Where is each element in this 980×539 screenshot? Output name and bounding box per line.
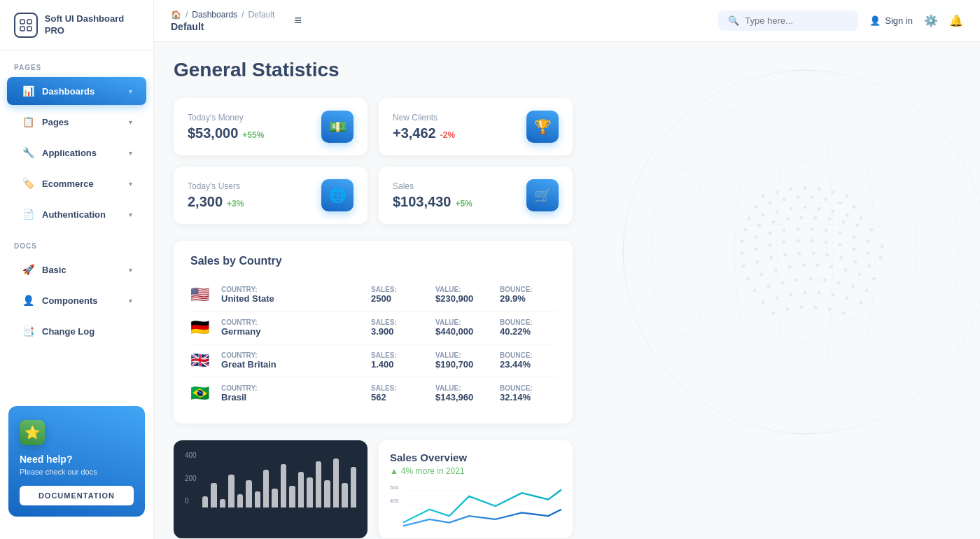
globe-decoration xyxy=(560,42,980,490)
svg-point-45 xyxy=(828,218,832,221)
settings-icon[interactable]: ⚙️ xyxy=(924,14,938,27)
svg-point-62 xyxy=(769,244,772,247)
svg-point-104 xyxy=(818,291,821,295)
search-box[interactable]: 🔍 xyxy=(718,10,858,31)
pages-icon: 📋 xyxy=(21,115,35,129)
hamburger-icon[interactable]: ≡ xyxy=(288,10,307,31)
sidebar-item-pages[interactable]: 📋 Pages ▾ xyxy=(7,108,146,136)
svg-point-66 xyxy=(825,241,828,244)
sidebar-item-ecommerce-label: Ecommerce xyxy=(42,178,94,189)
sidebar-item-changelog[interactable]: 📑 Change Log xyxy=(7,317,146,345)
search-input[interactable] xyxy=(745,15,848,26)
svg-point-107 xyxy=(860,301,863,304)
svg-point-33 xyxy=(790,207,793,211)
pages-arrow: ▾ xyxy=(129,118,132,126)
ecommerce-icon: 🏷️ xyxy=(21,176,35,190)
svg-point-39 xyxy=(744,228,748,232)
svg-point-111 xyxy=(814,306,818,309)
svg-point-102 xyxy=(790,293,793,297)
stat-card-sales: Sales $103,430 +5% 🛒 xyxy=(379,167,573,224)
svg-point-41 xyxy=(772,220,776,224)
svg-point-13 xyxy=(693,70,917,434)
svg-point-68 xyxy=(853,248,856,251)
chart-bar xyxy=(255,491,260,507)
documentation-button[interactable]: DOCUMENTATION xyxy=(20,486,134,505)
y-label-0: 0 xyxy=(185,497,197,505)
stats-grid: Today's Money $53,000 +55% 💵 New Clients… xyxy=(174,98,573,224)
breadcrumb-sep1: / xyxy=(186,10,188,20)
us-value: $230,900 xyxy=(435,293,491,304)
svg-point-113 xyxy=(842,312,846,315)
sidebar-item-components-label: Components xyxy=(42,295,97,306)
svg-point-28 xyxy=(839,202,842,205)
sidebar-item-authentication[interactable]: 📄 Authentication ▾ xyxy=(7,200,146,228)
svg-point-70 xyxy=(879,256,883,260)
svg-point-30 xyxy=(748,217,751,220)
svg-rect-0 xyxy=(20,20,24,24)
svg-point-21 xyxy=(846,195,849,198)
sign-in-button[interactable]: 👤 Sign in xyxy=(869,15,913,26)
svg-point-88 xyxy=(844,269,848,272)
stat-card-clients: New Clients +3,462 -2% 🏆 xyxy=(379,98,573,155)
page-title-nav: Default xyxy=(171,21,274,32)
svg-point-90 xyxy=(872,277,876,281)
topbar: 🏠 / Dashboards / Default Default ≡ 🔍 👤 S… xyxy=(154,0,980,42)
svg-point-35 xyxy=(818,207,821,211)
svg-point-108 xyxy=(772,312,776,315)
svg-point-60 xyxy=(741,252,744,255)
stat-label-clients: New Clients xyxy=(393,113,455,122)
authentication-icon: 📄 xyxy=(21,207,35,221)
svg-point-65 xyxy=(811,239,814,243)
svg-point-87 xyxy=(830,265,834,269)
help-subtitle: Please check our docs xyxy=(20,468,134,476)
breadcrumb-dashboards[interactable]: Dashboards xyxy=(192,10,237,20)
overview-subtitle: 4% more in 2021 xyxy=(401,466,465,476)
chart-bar xyxy=(246,480,251,507)
col-header-sales: Sales: xyxy=(371,286,427,293)
sidebar-item-ecommerce[interactable]: 🏷️ Ecommerce ▾ xyxy=(7,169,146,197)
svg-point-105 xyxy=(832,293,835,297)
sidebar-item-dashboards[interactable]: 📊 Dashboards ▾ xyxy=(7,77,146,105)
svg-point-55 xyxy=(825,229,828,232)
stat-label-money: Today's Money xyxy=(188,113,264,122)
svg-point-46 xyxy=(842,220,846,224)
us-country-name: United State xyxy=(221,293,363,304)
sidebar-item-applications[interactable]: 🔧 Applications ▾ xyxy=(7,139,146,167)
y-label-200: 200 xyxy=(185,475,197,482)
sidebar-logo: Soft UI Dashboard PRO xyxy=(0,0,153,51)
svg-point-12 xyxy=(735,70,875,434)
chart-bar xyxy=(281,464,286,507)
svg-point-59 xyxy=(881,245,884,248)
trend-up-icon: ▲ xyxy=(390,466,398,476)
svg-point-95 xyxy=(809,277,813,281)
svg-point-98 xyxy=(851,285,855,288)
stat-value-clients: +3,462 xyxy=(393,125,436,141)
svg-point-9 xyxy=(651,161,959,203)
sidebar-item-components[interactable]: 👤 Components ▾ xyxy=(7,286,146,314)
chart-bar xyxy=(220,499,225,507)
svg-point-26 xyxy=(811,196,814,200)
cart-icon: 🛒 xyxy=(534,187,552,204)
svg-point-82 xyxy=(760,273,764,276)
svg-point-92 xyxy=(767,285,771,288)
de-country-name: Germany xyxy=(221,326,363,337)
stat-value-sales: $103,430 xyxy=(393,194,451,210)
basic-arrow: ▾ xyxy=(129,266,132,274)
chart-bar xyxy=(211,483,216,507)
sidebar-item-basic[interactable]: 🚀 Basic ▾ xyxy=(7,255,146,284)
svg-point-56 xyxy=(839,232,842,235)
components-arrow: ▾ xyxy=(129,297,132,304)
svg-point-19 xyxy=(818,188,821,191)
svg-point-27 xyxy=(825,198,828,202)
main-area: 🏠 / Dashboards / Default Default ≡ 🔍 👤 S… xyxy=(154,0,980,539)
chart-bar xyxy=(316,461,321,507)
svg-point-79 xyxy=(854,260,858,264)
notification-icon[interactable]: 🔔 xyxy=(949,14,963,27)
svg-point-38 xyxy=(860,217,863,220)
svg-point-7 xyxy=(623,140,980,364)
stat-icon-money: 💵 xyxy=(321,111,354,143)
col-header-country: Country: xyxy=(221,286,363,293)
svg-point-112 xyxy=(828,308,832,312)
stat-change-money: +55% xyxy=(242,130,264,140)
sidebar-item-dashboards-label: Dashboards xyxy=(42,86,94,97)
